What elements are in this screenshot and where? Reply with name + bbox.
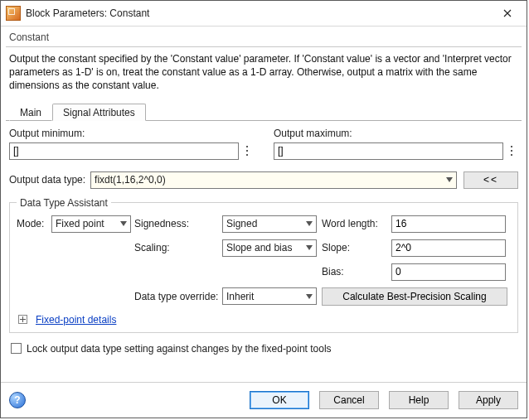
calculate-best-precision-button[interactable]: Calculate Best-Precision Scaling [322, 287, 507, 306]
vertical-ellipsis-icon [244, 145, 250, 157]
scaling-label: Scaling: [134, 242, 222, 253]
output-data-type-row: Output data type: fixdt(1,16,2^0,0) << [9, 171, 518, 189]
output-maximum-label: Output maximum: [274, 128, 518, 139]
svg-point-2 [246, 154, 248, 156]
vertical-ellipsis-icon [508, 145, 515, 157]
output-data-type-value: fixdt(1,16,2^0,0) [95, 174, 166, 186]
block-description: Output the constant specified by the 'Co… [6, 47, 522, 99]
data-type-assistant-legend: Data Type Assistant [17, 197, 111, 209]
slope-label: Slope: [322, 242, 391, 253]
window-title: Block Parameters: Constant [26, 7, 488, 19]
output-maximum-group: Output maximum: [274, 128, 518, 160]
data-type-override-value: Inherit [226, 291, 254, 302]
output-data-type-combo[interactable]: fixdt(1,16,2^0,0) [90, 171, 457, 189]
output-minimum-input[interactable] [9, 142, 239, 160]
scaling-value: Slope and bias [226, 242, 292, 253]
bias-input[interactable] [391, 263, 506, 281]
data-type-assistant-group: Data Type Assistant Mode: Fixed point Si… [9, 197, 518, 333]
tab-signal-attributes-label: Signal Attributes [63, 107, 135, 118]
dialog-footer: ? OK Cancel Help Apply [1, 382, 527, 418]
window-close-button[interactable] [488, 1, 527, 26]
lock-output-type-row[interactable]: Lock output data type setting against ch… [9, 343, 518, 355]
minmax-row: Output minimum: Output maximum: [9, 128, 518, 162]
output-minimum-group: Output minimum: [9, 128, 254, 160]
mode-combo[interactable]: Fixed point [51, 215, 131, 233]
data-type-assistant-toggle-button[interactable]: << [463, 171, 518, 189]
svg-point-0 [246, 146, 248, 147]
chevron-down-icon [306, 294, 313, 299]
data-type-override-combo[interactable]: Inherit [222, 287, 317, 305]
mode-label: Mode: [17, 218, 51, 229]
svg-point-1 [246, 150, 248, 152]
expand-icon [18, 315, 27, 324]
cancel-button[interactable]: Cancel [319, 391, 379, 409]
lock-output-type-label: Lock output data type setting against ch… [27, 343, 332, 355]
output-minimum-more-button[interactable] [240, 142, 254, 160]
bias-label: Bias: [322, 266, 391, 278]
signedness-value: Signed [226, 218, 257, 229]
output-maximum-more-button[interactable] [505, 142, 518, 160]
fixed-point-details-link[interactable]: Fixed-point details [36, 314, 116, 326]
tab-strip: Main Signal Attributes [6, 103, 522, 121]
dialog-body: Constant Output the constant specified b… [1, 27, 527, 382]
slope-input[interactable] [391, 239, 506, 257]
ok-button[interactable]: OK [250, 391, 309, 409]
data-type-override-label: Data type override: [134, 291, 222, 302]
word-length-label: Word length: [322, 218, 391, 229]
signedness-combo[interactable]: Signed [222, 215, 317, 233]
apply-button[interactable]: Apply [459, 391, 518, 409]
close-icon [503, 9, 512, 17]
app-icon [6, 6, 21, 21]
output-minimum-label: Output minimum: [9, 128, 254, 139]
tab-panel-signal-attributes: Output minimum: Output maximum: [6, 121, 522, 380]
svg-point-5 [511, 154, 512, 156]
signedness-label: Signedness: [134, 218, 222, 229]
dialog-window: Block Parameters: Constant Constant Outp… [0, 0, 527, 418]
svg-point-4 [511, 150, 512, 152]
chevron-down-icon [446, 177, 453, 182]
tab-main[interactable]: Main [9, 104, 52, 121]
word-length-input[interactable] [391, 215, 506, 233]
svg-point-3 [511, 146, 512, 147]
chevron-down-icon [120, 221, 127, 226]
mode-value: Fixed point [56, 218, 104, 229]
chevron-down-icon [306, 221, 313, 226]
fixed-point-details-row[interactable]: Fixed-point details [17, 314, 511, 326]
help-button[interactable]: Help [389, 391, 449, 409]
help-icon[interactable]: ? [9, 392, 26, 408]
output-data-type-label: Output data type: [9, 174, 85, 186]
titlebar: Block Parameters: Constant [1, 1, 527, 27]
chevron-down-icon [306, 245, 313, 250]
output-maximum-input[interactable] [274, 142, 503, 160]
tab-main-label: Main [20, 107, 41, 118]
tab-signal-attributes[interactable]: Signal Attributes [52, 104, 146, 121]
scaling-combo[interactable]: Slope and bias [222, 239, 317, 257]
lock-output-type-checkbox[interactable] [11, 343, 22, 354]
section-header: Constant [6, 30, 522, 47]
